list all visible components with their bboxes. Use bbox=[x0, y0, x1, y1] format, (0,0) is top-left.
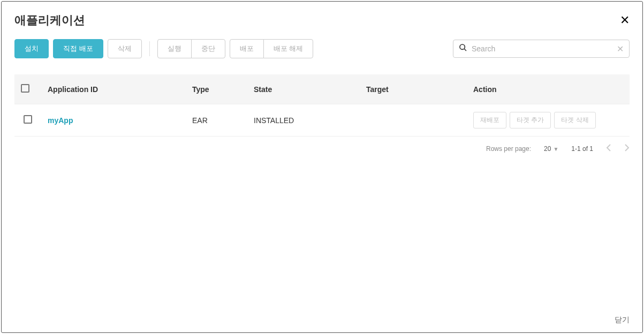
stop-button[interactable]: 중단 bbox=[191, 39, 225, 58]
deploy-undeploy-group: 배포 배포 해제 bbox=[230, 39, 314, 58]
applications-table: Application ID Type State Target Action … bbox=[14, 74, 630, 136]
search-input[interactable] bbox=[472, 44, 617, 53]
application-modal: 애플리케이션 ✕ 설치 직접 배포 삭제 실행 중단 배포 배포 해제 ✕ bbox=[1, 1, 643, 333]
deploy-button[interactable]: 배포 bbox=[230, 39, 264, 58]
row-checkbox[interactable] bbox=[24, 115, 32, 124]
svg-point-0 bbox=[460, 44, 465, 49]
table-row: myApp EAR INSTALLED 재배포 타겟 추가 타겟 삭제 bbox=[14, 104, 630, 136]
header-target: Target bbox=[360, 74, 467, 104]
run-button[interactable]: 실행 bbox=[157, 39, 192, 58]
table-wrap: Application ID Type State Target Action … bbox=[2, 64, 642, 136]
caret-down-icon: ▼ bbox=[553, 146, 558, 152]
search-icon bbox=[459, 43, 467, 54]
modal-title: 애플리케이션 bbox=[14, 12, 85, 28]
close-icon[interactable]: ✕ bbox=[620, 14, 630, 26]
cell-type: EAR bbox=[186, 104, 247, 136]
redeploy-button[interactable]: 재배포 bbox=[473, 112, 506, 128]
cell-target bbox=[360, 104, 467, 136]
header-app-id: Application ID bbox=[41, 74, 186, 104]
delete-button[interactable]: 삭제 bbox=[108, 39, 142, 58]
rows-per-page-label: Rows per page: bbox=[486, 145, 531, 153]
install-button[interactable]: 설치 bbox=[14, 39, 49, 58]
delete-target-button[interactable]: 타겟 삭제 bbox=[554, 112, 595, 128]
svg-line-1 bbox=[464, 49, 466, 51]
action-buttons: 재배포 타겟 추가 타겟 삭제 bbox=[473, 112, 623, 128]
select-all-checkbox[interactable] bbox=[21, 84, 29, 93]
table-header-row: Application ID Type State Target Action bbox=[14, 74, 630, 104]
page-nav bbox=[606, 144, 630, 154]
toolbar: 설치 직접 배포 삭제 실행 중단 배포 배포 해제 ✕ bbox=[2, 34, 642, 64]
clear-search-icon[interactable]: ✕ bbox=[617, 44, 624, 54]
header-type: Type bbox=[186, 74, 247, 104]
cell-state: INSTALLED bbox=[247, 104, 360, 136]
page-range: 1-1 of 1 bbox=[571, 145, 593, 153]
run-stop-group: 실행 중단 bbox=[157, 39, 225, 58]
rows-per-page-value: 20 bbox=[544, 145, 551, 153]
prev-page-icon[interactable] bbox=[606, 144, 611, 154]
next-page-icon[interactable] bbox=[624, 144, 630, 154]
search-box[interactable]: ✕ bbox=[453, 40, 630, 58]
footer-close-button[interactable]: 닫기 bbox=[615, 315, 630, 324]
direct-deploy-button[interactable]: 직접 배포 bbox=[53, 39, 103, 58]
undeploy-button[interactable]: 배포 해제 bbox=[263, 39, 314, 58]
header-action: Action bbox=[467, 74, 630, 104]
toolbar-divider bbox=[149, 41, 150, 56]
modal-header: 애플리케이션 ✕ bbox=[2, 2, 642, 34]
modal-footer: 닫기 bbox=[602, 307, 642, 332]
rows-per-page-select[interactable]: 20 ▼ bbox=[544, 145, 558, 153]
header-state: State bbox=[247, 74, 360, 104]
pagination: Rows per page: 20 ▼ 1-1 of 1 bbox=[2, 136, 642, 161]
add-target-button[interactable]: 타겟 추가 bbox=[510, 112, 551, 128]
app-id-link[interactable]: myApp bbox=[48, 116, 73, 125]
